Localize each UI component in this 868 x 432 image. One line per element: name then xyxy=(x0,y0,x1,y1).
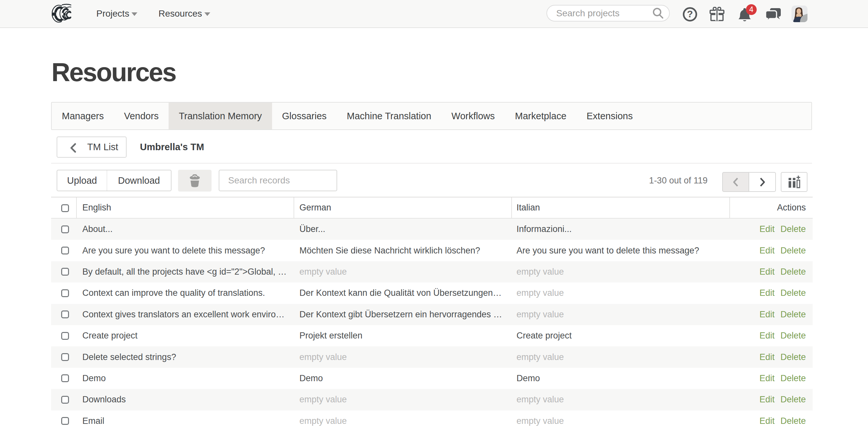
svg-text:?: ? xyxy=(687,8,693,19)
